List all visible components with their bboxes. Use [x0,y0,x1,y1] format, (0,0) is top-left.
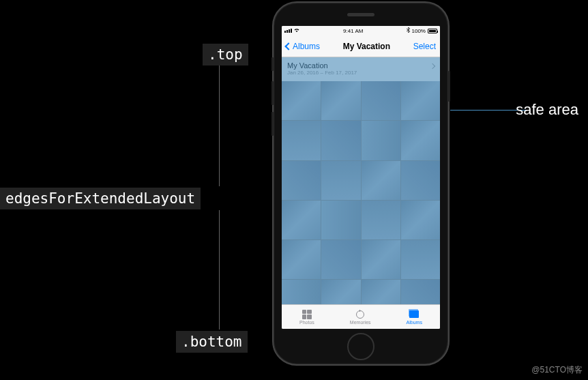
scroll-content-safe-area[interactable]: My Vacation Jan 26, 2016 – Feb 17, 2017 [282,57,440,304]
watermark: @51CTO博客 [531,364,583,376]
phone-mute-switch [271,57,274,71]
battery-percentage: 100% [412,28,426,34]
label-bottom: .bottom [176,331,248,353]
photo-thumbnail[interactable] [321,121,360,160]
photo-thumbnail[interactable] [401,161,440,200]
connector-line-bottom [219,210,220,330]
iphone-device-frame: 9:41 AM 100% Albums My Vacation Select M… [272,1,450,366]
photo-thumbnail[interactable] [362,280,400,304]
photo-thumbnail[interactable] [401,81,440,120]
photo-thumbnail[interactable] [282,81,321,120]
photo-thumbnail[interactable] [401,201,440,239]
home-button[interactable] [347,333,374,360]
wifi-icon [293,27,300,34]
photo-thumbnail[interactable] [362,161,400,200]
photo-thumbnail[interactable] [362,240,400,279]
status-right: 100% [407,27,437,34]
photo-thumbnail[interactable] [401,121,440,160]
tab-label: Photos [299,320,314,325]
photos-icon [301,310,313,319]
status-time: 9:41 AM [343,28,363,34]
album-header[interactable]: My Vacation Jan 26, 2016 – Feb 17, 2017 [282,57,440,81]
photo-thumbnail[interactable] [282,240,321,279]
nav-title: My Vacation [343,42,390,51]
connector-line-safe-area [448,110,527,111]
photo-thumbnail[interactable] [282,161,321,200]
album-title: My Vacation [287,61,435,70]
status-bar: 9:41 AM 100% [282,26,440,35]
phone-screen: 9:41 AM 100% Albums My Vacation Select M… [282,26,440,329]
photo-thumbnail[interactable] [401,280,440,304]
tab-albums[interactable]: Albums [407,310,422,325]
photo-thumbnail[interactable] [282,280,321,304]
chevron-left-icon [284,42,292,50]
tab-label: Albums [407,320,422,325]
connector-line-top [219,65,220,186]
phone-volume-down-button [271,112,274,136]
back-button-label: Albums [293,42,320,51]
battery-icon [428,29,437,33]
label-edges-for-extended-layout: edgesForExtendedLayout [0,188,201,209]
phone-power-button [448,71,450,102]
photo-thumbnail[interactable] [362,201,400,239]
tab-photos[interactable]: Photos [299,310,314,325]
tab-memories[interactable]: Memories [350,310,371,325]
label-top: .top [203,44,248,65]
album-date-range: Jan 26, 2016 – Feb 17, 2017 [287,70,435,76]
photo-thumbnail[interactable] [282,201,321,239]
label-safe-area: safe area [516,101,578,119]
tab-label: Memories [350,320,371,325]
bluetooth-icon [407,27,410,34]
photo-thumbnail[interactable] [321,81,360,120]
signal-strength-icon [284,29,292,33]
photo-thumbnail[interactable] [321,240,360,279]
photo-grid [282,81,440,304]
chevron-right-icon [430,63,435,69]
status-left [284,27,300,34]
photo-thumbnail[interactable] [401,240,440,279]
photo-thumbnail[interactable] [362,81,400,120]
memories-icon [354,310,366,319]
photo-thumbnail[interactable] [282,121,321,160]
albums-icon [408,310,420,319]
photo-thumbnail[interactable] [362,121,400,160]
navigation-bar: Albums My Vacation Select [282,35,440,57]
back-button[interactable]: Albums [286,42,320,51]
photo-thumbnail[interactable] [321,201,360,239]
photo-thumbnail[interactable] [321,280,360,304]
tab-bar: Photos Memories Albums [282,304,440,329]
phone-volume-up-button [271,81,274,105]
select-button[interactable]: Select [413,42,436,51]
photo-thumbnail[interactable] [321,161,360,200]
